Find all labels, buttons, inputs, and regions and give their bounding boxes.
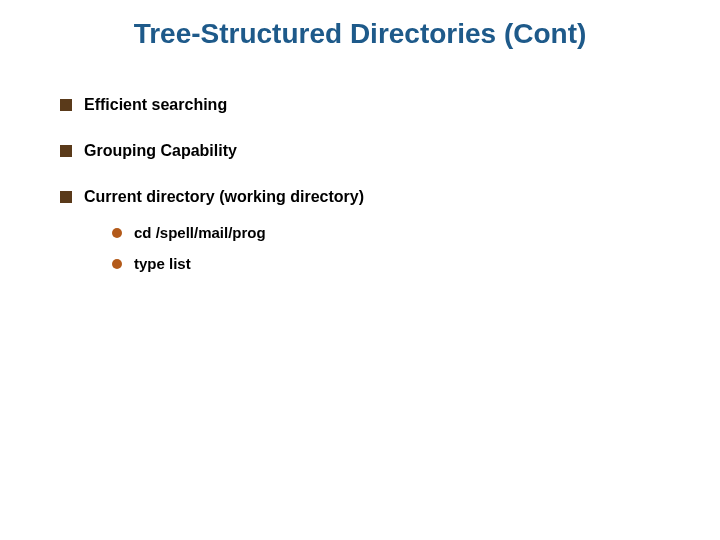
sub-list-item-text: cd /spell/mail/prog (134, 224, 266, 241)
sub-list: cd /spell/mail/prog type list (112, 224, 680, 272)
content-area: Efficient searching Grouping Capability … (60, 96, 680, 286)
sub-list-item-text: type list (134, 255, 191, 272)
list-item: Current directory (working directory) (60, 188, 680, 206)
sub-list-item: type list (112, 255, 680, 272)
circle-bullet-icon (112, 259, 122, 269)
slide-title: Tree-Structured Directories (Cont) (0, 18, 720, 50)
square-bullet-icon (60, 99, 72, 111)
list-item-text: Current directory (working directory) (84, 188, 364, 206)
list-item: Efficient searching (60, 96, 680, 114)
list-item-text: Grouping Capability (84, 142, 237, 160)
slide: Tree-Structured Directories (Cont) Effic… (0, 0, 720, 540)
circle-bullet-icon (112, 228, 122, 238)
list-item: Grouping Capability (60, 142, 680, 160)
sub-list-item: cd /spell/mail/prog (112, 224, 680, 241)
list-item-text: Efficient searching (84, 96, 227, 114)
square-bullet-icon (60, 145, 72, 157)
square-bullet-icon (60, 191, 72, 203)
